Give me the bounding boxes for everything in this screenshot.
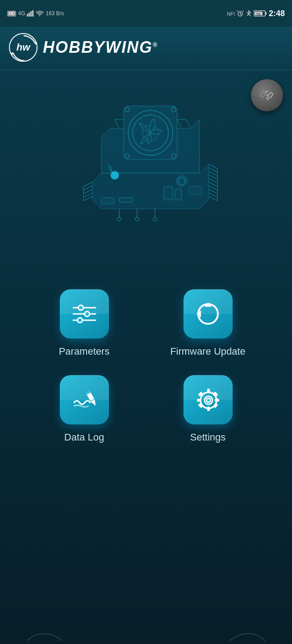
- bluetooth-icon: [246, 10, 252, 17]
- svg-point-95: [207, 399, 210, 402]
- svg-point-74: [85, 312, 89, 316]
- bottom-right-decoration: [229, 627, 265, 641]
- brand-name: HOBBYWING®: [43, 38, 158, 56]
- status-left: HD 4G 163 B/s: [7, 10, 64, 17]
- wifi-speed: 163 B/s: [46, 10, 64, 17]
- svg-line-21: [83, 182, 92, 186]
- svg-line-33: [209, 186, 217, 190]
- nfc-icon: NFC: [227, 10, 235, 17]
- esc-device-image: .esc-line { stroke: #1a8aaa; stroke-widt…: [66, 84, 226, 236]
- svg-line-36: [209, 196, 217, 201]
- svg-point-70: [78, 305, 84, 311]
- svg-rect-60: [119, 198, 133, 202]
- svg-line-27: [209, 164, 217, 169]
- svg-line-31: [209, 178, 217, 183]
- svg-rect-89: [215, 399, 219, 402]
- alarm-icon: [237, 10, 244, 17]
- svg-line-23: [83, 189, 92, 194]
- parameters-button[interactable]: [60, 289, 109, 339]
- svg-line-28: [209, 168, 217, 172]
- menu-item-settings[interactable]: Settings: [150, 375, 265, 443]
- svg-rect-90: [198, 391, 203, 396]
- menu-item-datalog[interactable]: Data Log: [27, 375, 142, 443]
- svg-rect-3: [32, 10, 33, 17]
- svg-rect-0: [27, 14, 28, 17]
- svg-marker-78: [204, 302, 212, 307]
- svg-line-22: [83, 186, 92, 190]
- svg-rect-61: [101, 198, 114, 204]
- device-area: .esc-line { stroke: #1a8aaa; stroke-widt…: [0, 70, 292, 245]
- svg-line-29: [209, 171, 217, 176]
- svg-rect-93: [213, 403, 218, 408]
- brand-container: HOBBYWING®: [43, 38, 158, 57]
- datalog-icon: [71, 388, 97, 411]
- svg-rect-9: [265, 12, 267, 15]
- svg-line-45: [177, 119, 182, 128]
- svg-point-77: [78, 318, 82, 322]
- svg-line-30: [209, 175, 217, 179]
- svg-rect-92: [198, 403, 203, 408]
- firmware-label: Firmware Update: [170, 346, 246, 357]
- settings-label: Settings: [190, 432, 226, 443]
- status-right: NFC 72 2:48: [227, 9, 285, 18]
- svg-line-24: [83, 193, 92, 197]
- svg-point-71: [79, 306, 83, 309]
- firmware-button[interactable]: [184, 289, 233, 339]
- bottom-nav: [0, 622, 292, 644]
- svg-line-32: [209, 182, 217, 186]
- logo-hw-text: hw: [17, 42, 30, 53]
- svg-line-34: [209, 189, 217, 194]
- svg-line-7: [240, 14, 241, 15]
- svg-line-46: [186, 119, 191, 128]
- time-display: 2:48: [269, 9, 285, 18]
- svg-rect-82: [85, 390, 90, 394]
- svg-line-38: [115, 119, 119, 128]
- svg-point-67: [153, 217, 157, 221]
- svg-rect-86: [207, 389, 210, 393]
- svg-point-66: [135, 217, 139, 221]
- svg-line-35: [209, 193, 217, 197]
- svg-text:72: 72: [256, 12, 260, 16]
- wifi-icon: [36, 10, 44, 17]
- signal-bars-icon: [27, 10, 34, 17]
- svg-rect-1: [29, 13, 30, 17]
- bottom-left-decoration: [27, 627, 63, 641]
- svg-text:NFC: NFC: [227, 11, 235, 17]
- svg-rect-2: [30, 11, 32, 17]
- esc-device-svg: .esc-line { stroke: #1a8aaa; stroke-widt…: [75, 84, 226, 227]
- menu-item-firmware[interactable]: Firmware Update: [150, 289, 265, 357]
- settings-icon: [195, 387, 221, 413]
- svg-rect-91: [213, 391, 218, 396]
- parameters-label: Parameters: [59, 346, 110, 357]
- menu-item-parameters[interactable]: Parameters: [27, 289, 142, 357]
- menu-grid: Parameters Firmware Update: [0, 271, 292, 461]
- signal-waves-icon: [106, 162, 137, 189]
- svg-rect-57: [175, 189, 182, 200]
- logo-circle: hw: [9, 33, 38, 62]
- datalog-button[interactable]: [60, 375, 109, 424]
- refresh-icon: [195, 301, 221, 327]
- settings-button[interactable]: [184, 375, 233, 424]
- svg-line-25: [83, 196, 92, 201]
- svg-point-65: [117, 217, 121, 221]
- header-bar: hw HOBBYWING®: [0, 27, 292, 70]
- bt-signal-indicator: [106, 162, 137, 191]
- svg-rect-68: [188, 186, 202, 195]
- svg-rect-56: [164, 186, 173, 200]
- hd-badge: HD: [7, 11, 16, 17]
- status-bar: HD 4G 163 B/s NFC: [0, 0, 292, 27]
- svg-rect-88: [197, 399, 201, 402]
- battery-icon: 72: [254, 10, 267, 17]
- signal-4g: 4G: [18, 10, 25, 17]
- svg-rect-87: [207, 407, 210, 411]
- datalog-label: Data Log: [64, 432, 104, 443]
- sliders-icon: [71, 303, 98, 325]
- main-content: .esc-line { stroke: #1a8aaa; stroke-widt…: [0, 70, 292, 644]
